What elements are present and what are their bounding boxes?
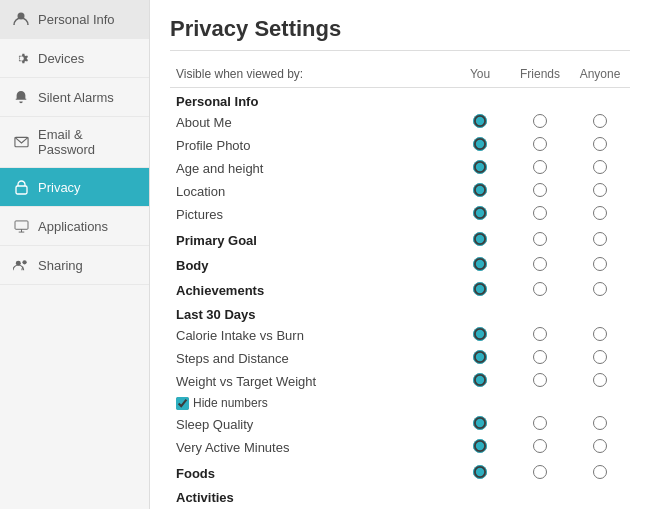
main-content: Privacy Settings Visible when viewed by:… (150, 0, 650, 509)
radio-friends[interactable] (533, 327, 547, 341)
radio-anyone[interactable] (593, 257, 607, 271)
radio-friends[interactable] (533, 416, 547, 430)
table-section-header: Last 30 Days (170, 301, 630, 324)
radio-friends[interactable] (533, 282, 547, 296)
radio-anyone[interactable] (593, 282, 607, 296)
radio-friends[interactable] (533, 439, 547, 453)
sidebar-item-devices[interactable]: Devices (0, 39, 149, 78)
sidebar: Personal Info Devices Silent Alarms Emai… (0, 0, 150, 509)
radio-you[interactable] (473, 232, 487, 246)
radio-you[interactable] (473, 114, 487, 128)
table-section-header: Achievements (170, 276, 630, 301)
section-label: Primary Goal (170, 226, 450, 251)
row-label: Pictures (170, 203, 450, 226)
svg-point-5 (22, 260, 26, 264)
radio-you[interactable] (473, 282, 487, 296)
radio-you[interactable] (473, 439, 487, 453)
table-header: Visible when viewed by: You Friends Anyo… (170, 63, 630, 88)
radio-you[interactable] (473, 373, 487, 387)
email-icon (12, 133, 30, 151)
radio-friends[interactable] (533, 206, 547, 220)
radio-you[interactable] (473, 160, 487, 174)
monitor-icon (12, 217, 30, 235)
bell-icon (12, 88, 30, 106)
table-section-header: Body (170, 251, 630, 276)
table-row: Location (170, 180, 630, 203)
sidebar-item-personal-info[interactable]: Personal Info (0, 0, 149, 39)
radio-you[interactable] (473, 206, 487, 220)
radio-you[interactable] (473, 183, 487, 197)
radio-friends[interactable] (533, 160, 547, 174)
sidebar-item-sharing[interactable]: Sharing (0, 246, 149, 285)
table-section-header: Activities (170, 484, 630, 507)
radio-friends[interactable] (533, 137, 547, 151)
radio-you[interactable] (473, 416, 487, 430)
radio-anyone[interactable] (593, 114, 607, 128)
sidebar-label-email-password: Email & Password (38, 127, 137, 157)
person-icon (12, 10, 30, 28)
radio-you[interactable] (473, 465, 487, 479)
radio-anyone[interactable] (593, 327, 607, 341)
table-row: Steps and Distance (170, 347, 630, 370)
radio-anyone[interactable] (593, 183, 607, 197)
table-row: Age and height (170, 157, 630, 180)
sidebar-item-applications[interactable]: Applications (0, 207, 149, 246)
radio-friends[interactable] (533, 232, 547, 246)
table-row: Profile Photo (170, 134, 630, 157)
radio-anyone[interactable] (593, 350, 607, 364)
radio-anyone[interactable] (593, 160, 607, 174)
table-section-header: Primary Goal (170, 226, 630, 251)
sidebar-label-silent-alarms: Silent Alarms (38, 90, 114, 105)
radio-friends[interactable] (533, 465, 547, 479)
radio-anyone[interactable] (593, 465, 607, 479)
row-label: Very Active Minutes (170, 436, 450, 459)
table-row: Hide numbers (170, 393, 630, 413)
col-you: You (450, 63, 510, 88)
radio-anyone[interactable] (593, 373, 607, 387)
row-label: Sleep Quality (170, 413, 450, 436)
sidebar-item-email-password[interactable]: Email & Password (0, 117, 149, 168)
section-label: Foods (170, 459, 450, 484)
radio-anyone[interactable] (593, 206, 607, 220)
radio-anyone[interactable] (593, 137, 607, 151)
lock-icon (12, 178, 30, 196)
svg-rect-3 (15, 220, 28, 228)
sidebar-item-silent-alarms[interactable]: Silent Alarms (0, 78, 149, 117)
radio-friends[interactable] (533, 114, 547, 128)
row-label: Location (170, 180, 450, 203)
sidebar-label-devices: Devices (38, 51, 84, 66)
sidebar-label-privacy: Privacy (38, 180, 81, 195)
hide-checkbox[interactable] (176, 397, 189, 410)
radio-you[interactable] (473, 137, 487, 151)
radio-anyone[interactable] (593, 439, 607, 453)
table-section-header: Personal Info (170, 88, 630, 112)
section-label: Body (170, 251, 450, 276)
radio-friends[interactable] (533, 373, 547, 387)
sidebar-label-applications: Applications (38, 219, 108, 234)
section-label: Activities (170, 484, 630, 507)
row-label: Steps and Distance (170, 347, 450, 370)
section-label: Personal Info (170, 88, 630, 112)
radio-friends[interactable] (533, 183, 547, 197)
sharing-icon (12, 256, 30, 274)
section-label: Last 30 Days (170, 301, 630, 324)
radio-you[interactable] (473, 327, 487, 341)
sidebar-item-privacy[interactable]: Privacy (0, 168, 149, 207)
table-row: Calorie Intake vs Burn (170, 324, 630, 347)
radio-anyone[interactable] (593, 416, 607, 430)
radio-you[interactable] (473, 350, 487, 364)
checkbox-label[interactable]: Hide numbers (176, 396, 624, 410)
table-row: About Me (170, 111, 630, 134)
radio-anyone[interactable] (593, 232, 607, 246)
radio-you[interactable] (473, 257, 487, 271)
radio-friends[interactable] (533, 257, 547, 271)
sidebar-label-personal-info: Personal Info (38, 12, 115, 27)
visible-label: Visible when viewed by: (170, 63, 450, 88)
row-label: Profile Photo (170, 134, 450, 157)
row-label: Calorie Intake vs Burn (170, 324, 450, 347)
col-anyone: Anyone (570, 63, 630, 88)
table-row: Very Active Minutes (170, 436, 630, 459)
table-row: Weight vs Target Weight (170, 370, 630, 393)
row-label: Weight vs Target Weight (170, 370, 450, 393)
radio-friends[interactable] (533, 350, 547, 364)
